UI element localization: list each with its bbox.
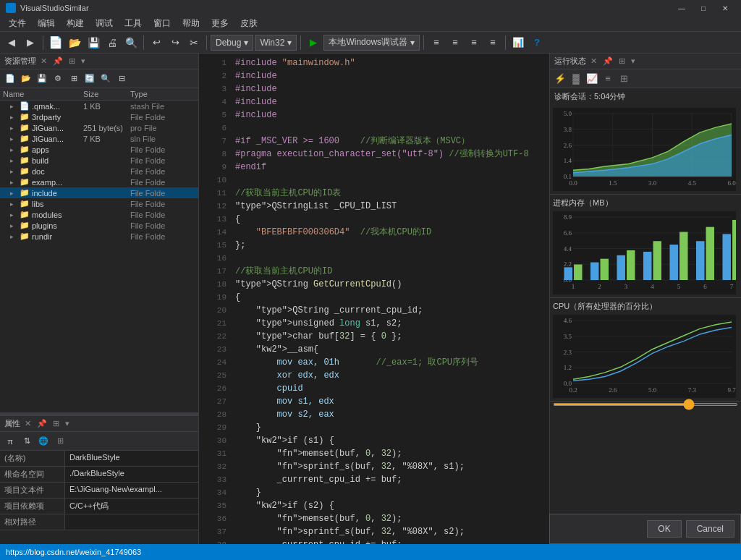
platform-dropdown[interactable]: Win32 ▾ [255,35,297,51]
toolbar-redo[interactable]: ↪ [166,34,184,51]
tree-row[interactable]: ▸ 📁 JiGuan... 251 byte(s) pro File [0,122,198,133]
tree-row[interactable]: ▸ 📁 plugins File Folde [0,220,198,231]
tree-row[interactable]: ▸ 📁 apps File Folde [0,144,198,155]
resource-manager-pin[interactable]: 📌 [51,56,64,66]
toolbar-align2[interactable]: ≡ [446,34,464,51]
rt-list-icon[interactable]: ≡ [601,72,615,86]
props-row[interactable]: 相对路径 [0,514,198,530]
rt-refresh[interactable]: 🔄 [82,72,97,86]
toolbar-open[interactable]: 📂 [66,34,83,51]
rt-filter[interactable]: ⊞ [67,72,81,86]
expand-arrow: ▸ [10,200,17,208]
code-line: 20 "type">QString _currrent_cpu_id; [199,304,549,317]
tree-row[interactable]: ▸ 📁 JiGuan... 7 KB sln File [0,133,198,144]
menu-skin[interactable]: 皮肤 [234,16,263,31]
rt-new[interactable]: 📄 [3,72,17,86]
tree-row[interactable]: ▸ 📁 doc File Folde [0,166,198,177]
props-close[interactable]: ✕ [23,419,33,428]
minimize-button[interactable]: — [672,0,692,16]
resource-manager-autohide[interactable]: ▾ [80,56,87,66]
props-row[interactable]: (名称) DarkBlueStyle [0,451,198,467]
line-number: 10 [205,174,226,187]
rt-pin[interactable]: 📌 [601,56,614,66]
tree-row[interactable]: ▸ 📁 include File Folde [0,187,198,198]
cancel-button[interactable]: Cancel [686,520,734,538]
rt-save[interactable]: 💾 [35,72,49,86]
toolbar-align3[interactable]: ≡ [465,34,483,51]
menu-tools[interactable]: 工具 [119,16,148,31]
rt-chart-icon[interactable]: 📈 [585,72,599,86]
tree-row[interactable]: ▸ 📁 libs File Folde [0,198,198,209]
menu-debug[interactable]: 调试 [90,16,119,31]
rt-cpu-icon[interactable]: ⚡ [553,72,567,86]
rt-extra-icon[interactable]: ⊞ [617,72,631,86]
toolbar-cut[interactable]: ✂ [185,34,203,51]
timeline-slider[interactable] [553,403,738,406]
menu-build[interactable]: 构建 [61,16,90,31]
tree-item-name: .qmak... [32,102,60,111]
menu-more[interactable]: 更多 [206,16,234,31]
tree-row[interactable]: ▸ 📁 rundir File Folde [0,231,198,242]
toolbar-save[interactable]: 💾 [85,34,102,51]
toolbar-back[interactable]: ◀ [3,34,20,51]
toolbar-align1[interactable]: ≡ [428,34,445,51]
props-pin[interactable]: 📌 [35,419,48,428]
code-content[interactable]: 1#include "mainwindow.h"2#include 3#incl… [199,54,549,560]
resource-manager-close[interactable]: ✕ [39,56,48,66]
rt-menu[interactable]: ▾ [630,56,637,66]
toolbar-new[interactable]: 📄 [47,34,64,51]
code-text: "type">QString _currrent_cpu_id; [235,304,423,317]
toolbar-align4[interactable]: ≡ [484,34,501,51]
tree-row[interactable]: ▸ 📁 modules File Folde [0,209,198,220]
chart3-title: CPU（所有处理器的百分比） [553,301,738,312]
toolbar-search[interactable]: 🔍 [122,34,140,51]
props-tb-4[interactable]: ⊞ [53,434,67,449]
props-menu[interactable]: ▾ [64,419,71,428]
line-number: 27 [205,395,226,408]
rt-mem-icon[interactable]: ▓ [569,72,583,86]
menu-file[interactable]: 文件 [3,16,32,31]
code-text [235,174,240,187]
toolbar-print[interactable]: 🖨 [103,34,121,51]
code-line: 1#include "mainwindow.h" [199,56,549,69]
props-tb-3[interactable]: 🌐 [36,434,51,449]
props-row[interactable]: 项目依赖项 C/C++代码 [0,499,198,514]
rt-collapse[interactable]: ⊟ [114,72,129,86]
toolbar-forward[interactable]: ▶ [22,34,39,51]
maximize-button[interactable]: □ [693,0,714,16]
debugger-dropdown[interactable]: 本地Windows调试器 ▾ [323,35,420,51]
expand-arrow: ▸ [10,168,17,175]
ok-button[interactable]: OK [647,520,681,538]
props-row[interactable]: 根命名空间 ./DarkBlueStyle [0,467,198,483]
menu-help[interactable]: 帮助 [177,16,206,31]
tree-item-name: modules [32,211,62,219]
props-row[interactable]: 项目文本件 E:\JiGuang-New\exampl... [0,483,198,499]
runtime-toolbar: ⚡ ▓ 📈 ≡ ⊞ [550,69,741,88]
code-line: 28 mov s2, eax [199,408,549,421]
chart1-canvas [553,108,736,191]
debug-mode-dropdown[interactable]: Debug ▾ [211,35,253,51]
tree-row[interactable]: ▸ 📁 3rdparty File Folde [0,111,198,122]
menu-window[interactable]: 窗口 [148,16,177,31]
props-tb-2[interactable]: ⇅ [20,434,34,449]
menu-edit[interactable]: 编辑 [32,16,61,31]
rt-close[interactable]: ✕ [589,56,598,66]
toolbar-help[interactable]: ? [528,34,546,51]
props-tb-1[interactable]: π [3,434,17,449]
tree-row[interactable]: ▸ 📁 build File Folde [0,155,198,166]
tree-row[interactable]: ▸ 📁 examp... File Folde [0,177,198,187]
toolbar-chart[interactable]: 📊 [509,34,527,51]
props-float[interactable]: ⊞ [51,419,61,428]
close-button[interactable]: ✕ [715,0,735,16]
toolbar-undo[interactable]: ↩ [148,34,165,51]
tree-row[interactable]: ▸ 📄 .qmak... 1 KB stash File [0,101,198,111]
rt-settings[interactable]: ⚙ [51,72,65,86]
title-text: VisualStudioSimilar [20,4,672,12]
tree-item-type: File Folde [130,189,195,198]
rt-float[interactable]: ⊞ [617,56,627,66]
rt-folder[interactable]: 📂 [19,72,33,86]
line-number: 9 [205,161,226,174]
resource-manager-float[interactable]: ⊞ [67,56,77,66]
rt-search[interactable]: 🔍 [98,72,113,86]
toolbar-sep-3 [206,35,207,50]
